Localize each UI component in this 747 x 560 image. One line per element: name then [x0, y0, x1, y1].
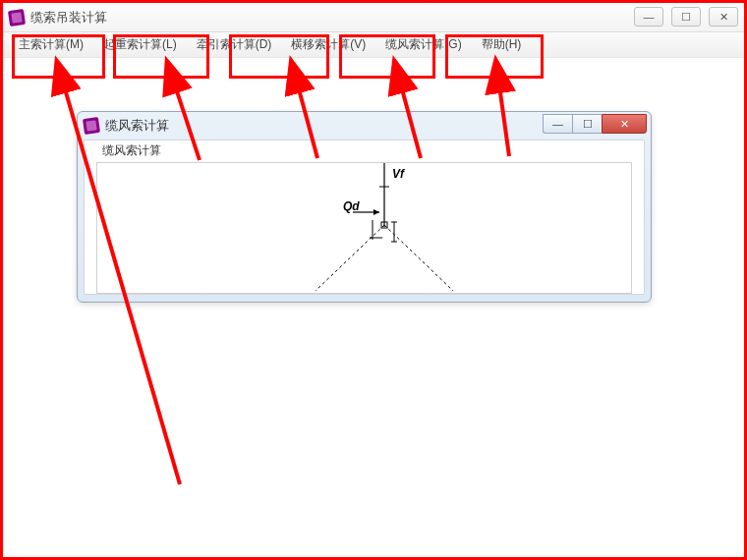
svg-line-5 [316, 225, 384, 291]
close-button[interactable]: ✕ [709, 7, 738, 27]
menu-wind-cable[interactable]: 缆风索计算(G) [375, 32, 471, 57]
child-title-text: 缆风索计算 [105, 117, 169, 135]
child-minimize-button[interactable]: — [543, 114, 572, 134]
child-close-button[interactable]: ✕ [602, 114, 647, 134]
menu-lifting-cable[interactable]: 起重索计算(L) [93, 32, 187, 57]
child-app-icon [83, 117, 100, 135]
menu-traction-cable[interactable]: 牵引索计算(D) [187, 32, 282, 57]
diagram-panel: Vf Qd [96, 162, 632, 294]
diagram-label-qd: Qd [343, 199, 360, 213]
app-icon [8, 8, 26, 26]
child-titlebar: 缆风索计算 — ☐ ✕ [78, 112, 651, 140]
menu-main-cable[interactable]: 主索计算(M) [9, 32, 93, 57]
maximize-button[interactable]: ☐ [671, 7, 701, 27]
diagram-label-vf: Vf [392, 167, 405, 181]
menubar: 主索计算(M) 起重索计算(L) 牵引索计算(D) 横移索计算(V) 缆风索计算… [3, 32, 744, 58]
svg-marker-3 [374, 209, 379, 215]
child-content-panel: 缆风索计算 Vf Qd [84, 140, 645, 295]
main-window-controls: — ☐ ✕ [634, 7, 738, 27]
wind-cable-diagram: Vf Qd [266, 163, 463, 291]
main-titlebar: 缆索吊装计算 — ☐ ✕ [3, 3, 744, 32]
menu-transverse-cable[interactable]: 横移索计算(V) [281, 32, 375, 57]
child-window-wind-cable: 缆风索计算 — ☐ ✕ 缆风索计算 Vf [77, 111, 652, 303]
main-application-window: 缆索吊装计算 — ☐ ✕ 主索计算(M) 起重索计算(L) 牵引索计算(D) 横… [3, 3, 744, 557]
child-window-controls: — ☐ ✕ [543, 114, 647, 134]
groupbox-label: 缆风索计算 [100, 142, 163, 159]
main-title-text: 缆索吊装计算 [30, 9, 107, 27]
child-maximize-button[interactable]: ☐ [572, 114, 602, 134]
menu-help[interactable]: 帮助(H) [472, 32, 532, 57]
main-content-area: 缆风索计算 — ☐ ✕ 缆风索计算 Vf [3, 58, 744, 557]
minimize-button[interactable]: — [634, 7, 663, 27]
